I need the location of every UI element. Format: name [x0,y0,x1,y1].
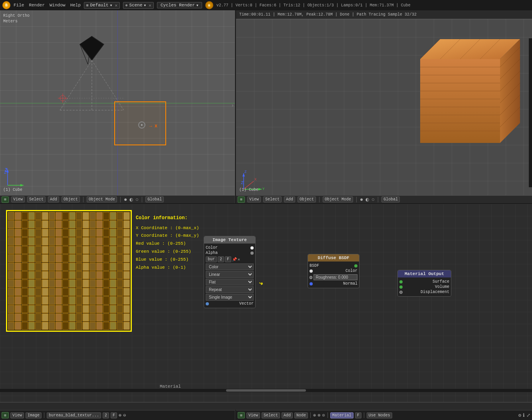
zoom-in-icon[interactable]: ⊕ [119,412,121,418]
top-bar: B File Render Window Help ⊞ Default ▼ ✕ … [0,0,532,10]
svg-marker-0 [80,36,104,60]
node-diffuse-bsdf[interactable]: Diffuse BSDF BSDF Color Normal [308,254,359,288]
socket-row-color-in: Color [310,268,357,273]
socket-color-input[interactable] [310,269,313,273]
socket-color-output[interactable] [250,246,254,250]
toolbar-select-left[interactable]: Select [27,196,46,202]
sep4 [319,197,320,202]
menu-file[interactable]: File [14,3,24,8]
zoom-out-icon[interactable]: ⊖ [123,412,126,418]
socket-vector-input[interactable] [206,302,209,305]
socket-row-normal-in: Normal [310,281,357,286]
dropdown-color-space[interactable]: Color [206,263,254,270]
bottom-select-right[interactable]: Select [262,412,280,418]
node-material-output-header: Material Output [398,270,451,277]
image-close-btn[interactable]: ✕ [238,257,240,262]
axes-indicator-left [6,165,26,187]
settings-icon[interactable]: ⚙ [518,412,521,418]
f-btn-left[interactable]: F [111,412,117,418]
engine-selector[interactable]: Cycles Render ▼ [157,2,202,8]
roughness-field[interactable] [314,274,357,280]
image-pin-btn[interactable]: 📌 [232,257,237,262]
shading-icon-r1[interactable]: ● [360,196,363,203]
top-menu: File Render Window Help [14,3,81,8]
node-icon-1[interactable]: ⊕ [313,412,316,418]
node-material-output[interactable]: Material Output Surface Volume Displacem… [397,270,451,297]
scene-selector[interactable]: ⊕ Scene ▼ ✕ [123,2,154,9]
material-label: Material [160,384,181,389]
image-f-btn[interactable]: F [225,256,231,262]
bottom-view-btn[interactable]: View [10,412,24,418]
menu-window[interactable]: Window [50,3,66,8]
toolbar-object-right[interactable]: Object [298,196,316,202]
toolbar-view-left[interactable]: View [11,196,25,202]
node-icon-2[interactable]: ⊗ [318,412,320,418]
viewport-left[interactable]: → X Z Z Right Ortho Meters (1) Cube › [0,10,235,195]
f-btn-right[interactable]: F [355,412,361,418]
use-nodes-btn[interactable]: Use Nodes [367,412,392,418]
sep-bl1 [44,412,44,418]
roughness-row [310,273,357,281]
menu-help[interactable]: Help [70,3,81,8]
global-select-left[interactable]: Global [145,196,164,202]
sep2 [120,197,121,202]
scroll-right-edge[interactable]: › [231,103,234,109]
socket-roughness-input[interactable] [310,276,312,279]
dropdown-interpolation[interactable]: Linear [206,271,254,278]
image-number-btn[interactable]: 2 [218,256,224,262]
dropdown-projection[interactable]: Flat [206,279,254,285]
toolbar-mode-right[interactable]: Object Mode [323,196,353,202]
toolbar-object-left[interactable]: Object [62,196,80,202]
socket-normal-input[interactable] [310,282,313,285]
shading-icon-3[interactable]: ○ [135,196,139,203]
viewport-mode-label: Right Ortho [3,14,30,18]
node-editor-scrollbar-h[interactable] [0,389,532,392]
global-select-right[interactable]: Global [381,196,400,202]
filename-btn[interactable]: bureau_blad_textur... [47,412,101,418]
toolbar-add-left[interactable]: Add [48,196,59,202]
socket-bsdf-output[interactable] [354,264,357,267]
socket-displacement-input[interactable] [399,291,403,294]
info-icon[interactable]: ℹ [523,412,525,418]
node-image-texture-header: Image Texture [204,236,255,244]
dropdown-extension[interactable]: Repeat [206,286,254,293]
socket-surface-input[interactable] [399,280,403,283]
material-btn[interactable]: Material [330,412,353,418]
dropdown-source[interactable]: Single Image [206,294,254,301]
sep-br1 [310,412,311,418]
bottom-node-right[interactable]: Node [294,412,308,418]
shading-icon-r2[interactable]: ◐ [365,196,369,203]
layout-selector[interactable]: ⊞ Default ▼ ✕ [84,2,120,9]
bottom-right-icon[interactable]: ⊞ [238,412,245,418]
bottom-add-right[interactable]: Add [282,412,293,418]
socket-volume-input[interactable] [399,285,403,289]
toolbar-mode-left[interactable]: Object Mode [87,196,117,202]
image-name-btn[interactable]: bur [206,256,217,262]
cursor-indicator [58,93,67,103]
toolbar-view-right[interactable]: View [247,196,261,202]
sep-br3 [364,412,364,418]
node-icon-3[interactable]: ⊙ [322,412,325,418]
node-diffuse-header: Diffuse BSDF [308,254,359,262]
scroll-handle-h[interactable] [226,389,306,392]
node-image-texture[interactable]: Image Texture Color Alpha bur 2 F 📌 ✕ Co… [204,236,256,308]
toolbar-select-right[interactable]: Select [263,196,282,202]
socket-alpha-output[interactable] [250,252,254,255]
viewport-right[interactable]: Z Y X Z (1) Cube [236,19,532,195]
expand-icon[interactable]: ⤢ [526,412,530,418]
right-viewport-scrollbar[interactable] [529,38,532,187]
shading-icon-r3[interactable]: ○ [371,196,375,203]
menu-render[interactable]: Render [29,3,45,8]
shading-icon-1[interactable]: ● [124,196,127,203]
toolbar-add-right[interactable]: Add [284,196,295,202]
bottom-image-btn[interactable]: Image [26,412,42,418]
svg-marker-12 [20,184,24,186]
color-info-panel: Color information: X Coordinate : (0-max… [136,214,199,271]
bottom-left-icon[interactable]: ⊞ [2,412,9,418]
left-viewport-icon[interactable]: ⊞ [2,196,9,203]
node-image-texture-body: Color Alpha bur 2 F 📌 ✕ Color Linear Fl [204,244,255,308]
shading-icon-2[interactable]: ◐ [129,196,133,203]
right-viewport-icon[interactable]: ⊞ [238,196,245,203]
bottom-view-right[interactable]: View [246,412,260,418]
number-btn[interactable]: 2 [103,412,109,418]
